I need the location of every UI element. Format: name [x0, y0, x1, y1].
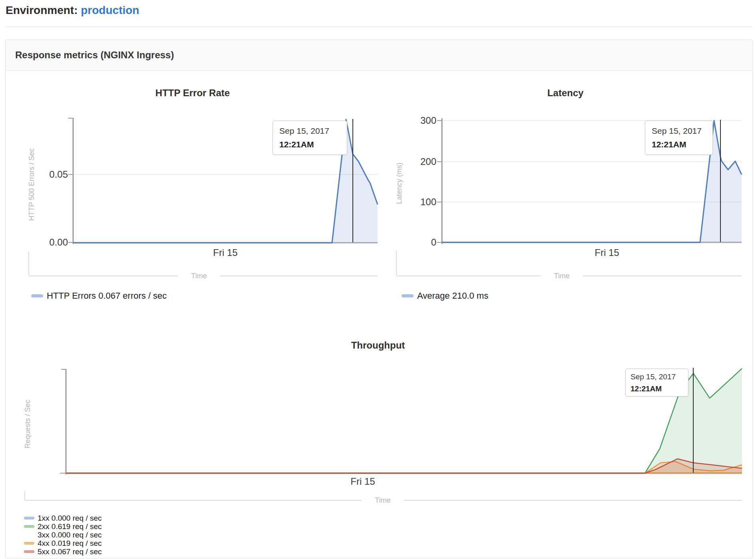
- latency-ytick-300: 300: [400, 115, 436, 126]
- throughput-legend-row-4xx: 4xx 0.019 req / sec: [24, 539, 102, 547]
- throughput-legend-row-1xx: 1xx 0.000 req / sec: [24, 514, 102, 522]
- latency-ytick-100: 100: [400, 196, 436, 208]
- throughput-legend-swatch-2xx: [24, 525, 34, 528]
- throughput-line-4xx: [66, 462, 742, 473]
- throughput-legend-label-4xx: 4xx 0.019 req / sec: [38, 539, 102, 548]
- latency-legend-swatch: [402, 294, 414, 297]
- latency-y-axis-label: Latency (ms): [395, 116, 404, 250]
- latency-legend: Average 210.0 ms: [402, 291, 488, 301]
- errors-y-axis-label: HTTP 500 Errors / Sec: [28, 117, 36, 252]
- throughput-legend: 1xx 0.000 req / sec 2xx 0.619 req / sec …: [24, 514, 102, 556]
- errors-ytick-005: 0.05: [32, 169, 68, 180]
- throughput-x-axis-label: Time: [362, 496, 404, 505]
- throughput-legend-row-5xx: 5xx 0.067 req / sec: [24, 547, 102, 556]
- errors-tooltip: Sep 15, 2017 12:21AM: [273, 121, 347, 155]
- throughput-tooltip: Sep 15, 2017 12:21AM: [625, 369, 688, 396]
- latency-chart-title: Latency: [481, 87, 649, 99]
- latency-tooltip-time: 12:21AM: [652, 140, 706, 149]
- errors-legend-label: HTTP Errors 0.067 errors / sec: [47, 291, 167, 301]
- throughput-legend-swatch-3xx: [24, 533, 34, 536]
- errors-chart-title: HTTP Error Rate: [109, 87, 277, 99]
- throughput-tooltip-date: Sep 15, 2017: [631, 373, 683, 381]
- throughput-legend-label-1xx: 1xx 0.000 req / sec: [38, 514, 102, 523]
- errors-ytick-000: 0.00: [32, 237, 68, 248]
- errors-tooltip-time: 12:21AM: [279, 140, 340, 149]
- throughput-legend-swatch-4xx: [24, 542, 34, 545]
- throughput-area-4xx: [66, 462, 742, 473]
- throughput-legend-label-2xx: 2xx 0.619 req / sec: [38, 522, 102, 531]
- latency-ytick-0: 0: [400, 237, 436, 248]
- latency-ytick-200: 200: [400, 156, 436, 167]
- throughput-legend-swatch-1xx: [24, 517, 34, 519]
- throughput-line-5xx: [66, 459, 742, 473]
- errors-x-axis-label: Time: [178, 272, 220, 280]
- throughput-legend-swatch-5xx: [24, 550, 34, 553]
- throughput-legend-label-3xx: 3xx 0.000 req / sec: [38, 531, 102, 539]
- throughput-y-axis-label: Requests / Sec: [24, 357, 32, 491]
- throughput-area-5xx: [66, 459, 742, 473]
- throughput-legend-row-3xx: 3xx 0.000 req / sec: [24, 531, 102, 539]
- throughput-chart-title: Throughput: [294, 340, 462, 351]
- latency-tooltip-date: Sep 15, 2017: [652, 126, 706, 136]
- throughput-xtick-fri15: Fri 15: [323, 476, 403, 487]
- latency-xtick-fri15: Fri 15: [567, 247, 647, 258]
- errors-legend: HTTP Errors 0.067 errors / sec: [31, 291, 167, 301]
- environment-metrics-page: Environment: production Response metrics…: [0, 0, 756, 559]
- latency-x-axis-label: Time: [541, 272, 583, 280]
- latency-tooltip: Sep 15, 2017 12:21AM: [645, 121, 713, 155]
- errors-legend-swatch: [31, 294, 43, 297]
- throughput-tooltip-time: 12:21AM: [631, 385, 683, 393]
- errors-xtick-fri15: Fri 15: [185, 247, 265, 258]
- errors-tooltip-date: Sep 15, 2017: [279, 126, 340, 136]
- throughput-legend-label-5xx: 5xx 0.067 req / sec: [38, 547, 102, 556]
- latency-legend-label: Average 210.0 ms: [417, 291, 488, 301]
- throughput-legend-row-2xx: 2xx 0.619 req / sec: [24, 522, 102, 531]
- charts-canvas: [0, 0, 756, 559]
